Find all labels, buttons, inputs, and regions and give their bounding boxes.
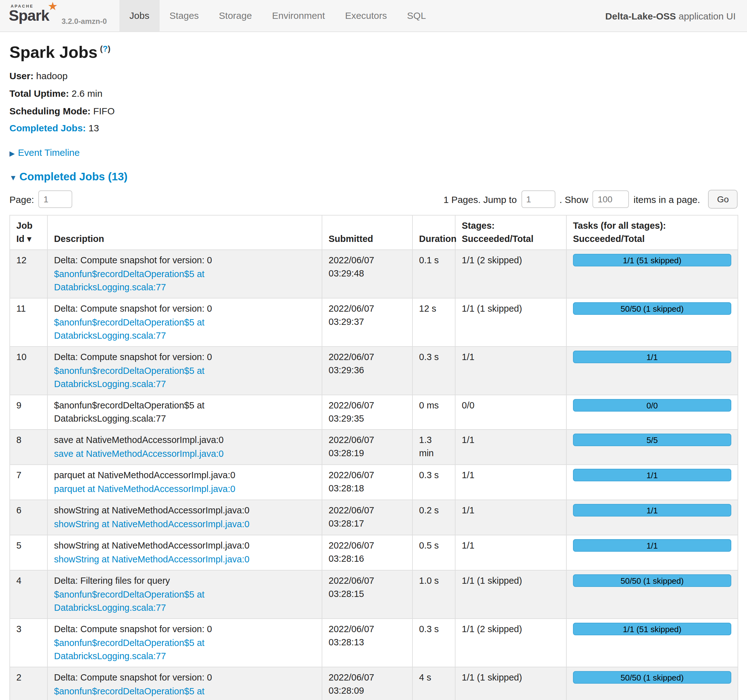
job-submitted-cell: 2022/06/07 03:29:36 <box>322 346 413 395</box>
uptime-label: Total Uptime: <box>9 88 69 99</box>
table-row: 9 $anonfun$recordDeltaOperation$5 at Dat… <box>10 395 738 429</box>
completed-jobs-link[interactable]: Completed Jobs: <box>9 123 86 133</box>
job-description-text: Delta: Compute snapshot for version: 0 <box>54 302 315 316</box>
event-timeline-toggle[interactable]: ▶Event Timeline <box>9 147 738 158</box>
tasks-progress-bar: 50/50 (1 skipped) <box>573 302 731 315</box>
top-navbar: APACHE Spark ★ 3.2.0-amzn-0 Jobs Stages … <box>0 0 747 32</box>
scheduling-mode-info: Scheduling Mode: FIFO <box>9 102 738 120</box>
column-header-description[interactable]: Description <box>47 215 322 250</box>
jump-to-page-input[interactable] <box>521 190 555 208</box>
pagination-page-group: Page: <box>9 190 72 208</box>
job-submitted-cell: 2022/06/07 03:29:35 <box>322 395 413 429</box>
job-duration-cell: 1.0 s <box>413 570 455 619</box>
table-row: 10 Delta: Compute snapshot for version: … <box>10 346 738 395</box>
pagination-controls: 1 Pages. Jump to . Show items in a page.… <box>443 190 738 209</box>
spark-version: 3.2.0-amzn-0 <box>56 17 110 32</box>
job-description-cell: showString at NativeMethodAccessorImpl.j… <box>47 500 322 535</box>
job-description-link[interactable]: $anonfun$recordDeltaOperation$5 at Datab… <box>54 588 315 615</box>
job-description-text: $anonfun$recordDeltaOperation$5 at Datab… <box>54 399 315 425</box>
table-row: 8 save at NativeMethodAccessorImpl.java:… <box>10 429 738 465</box>
main-content: Spark Jobs(?) User: hadoop Total Uptime:… <box>0 43 747 700</box>
column-header-stages[interactable]: Stages: Succeeded/Total <box>455 215 566 250</box>
job-tasks-cell: 1/1 (51 skipped) <box>566 619 738 667</box>
help-paren-close: ) <box>108 44 110 54</box>
job-id-cell: 5 <box>10 535 47 570</box>
job-id-cell: 10 <box>10 346 47 395</box>
job-tasks-cell: 50/50 (1 skipped) <box>566 667 738 700</box>
job-id-cell: 7 <box>10 465 47 500</box>
job-description-cell: Delta: Compute snapshot for version: 0 $… <box>47 667 322 700</box>
items-text: items in a page. <box>634 194 700 204</box>
completed-jobs-heading[interactable]: ▼Completed Jobs (13) <box>9 170 738 183</box>
table-row: 6 showString at NativeMethodAccessorImpl… <box>10 500 738 535</box>
help-question-icon[interactable]: ? <box>103 44 108 54</box>
job-description-link[interactable]: $anonfun$recordDeltaOperation$5 at Datab… <box>54 685 315 700</box>
table-row: 7 parquet at NativeMethodAccessorImpl.ja… <box>10 465 738 500</box>
table-row: 5 showString at NativeMethodAccessorImpl… <box>10 535 738 570</box>
job-submitted-cell: 2022/06/07 03:28:18 <box>322 465 413 500</box>
nav-tabs: Jobs Stages Storage Environment Executor… <box>119 0 436 32</box>
collapse-arrow-icon: ▼ <box>9 174 17 182</box>
table-row: 3 Delta: Compute snapshot for version: 0… <box>10 619 738 667</box>
column-header-duration[interactable]: Duration <box>413 215 455 250</box>
job-submitted-cell: 2022/06/07 03:28:16 <box>322 535 413 570</box>
spark-logo: APACHE Spark ★ <box>9 4 55 32</box>
pagination-top: Page: 1 Pages. Jump to . Show items in a… <box>9 190 738 209</box>
job-description-link[interactable]: showString at NativeMethodAccessorImpl.j… <box>54 518 250 531</box>
job-description-cell: $anonfun$recordDeltaOperation$5 at Datab… <box>47 395 322 429</box>
application-title: Delta-Lake-OSS application UI <box>605 11 747 21</box>
job-description-link[interactable]: $anonfun$recordDeltaOperation$5 at Datab… <box>54 637 315 663</box>
job-stages-cell: 1/1 (2 skipped) <box>455 250 566 298</box>
job-description-link[interactable]: showString at NativeMethodAccessorImpl.j… <box>54 553 250 567</box>
job-description-cell: showString at NativeMethodAccessorImpl.j… <box>47 535 322 570</box>
column-header-job-id[interactable]: Job Id ▾ <box>10 215 47 250</box>
scheduling-mode-value: FIFO <box>93 105 115 116</box>
scheduling-mode-label: Scheduling Mode: <box>9 105 91 116</box>
help-link[interactable]: (?) <box>100 44 110 54</box>
job-stages-cell: 1/1 <box>455 500 566 535</box>
job-description-link[interactable]: save at NativeMethodAccessorImpl.java:0 <box>54 448 224 461</box>
job-stages-cell: 1/1 (1 skipped) <box>455 298 566 346</box>
job-stages-cell: 1/1 (1 skipped) <box>455 570 566 619</box>
tab-executors[interactable]: Executors <box>335 0 397 32</box>
page-number-input[interactable] <box>38 190 72 208</box>
job-description-text: showString at NativeMethodAccessorImpl.j… <box>54 504 315 517</box>
completed-jobs-count: 13 <box>89 123 99 133</box>
tab-sql[interactable]: SQL <box>397 0 436 32</box>
job-description-link[interactable]: parquet at NativeMethodAccessorImpl.java… <box>54 483 235 496</box>
job-description-cell: Delta: Compute snapshot for version: 0 $… <box>47 250 322 298</box>
job-stages-cell: 1/1 (1 skipped) <box>455 667 566 700</box>
job-submitted-cell: 2022/06/07 03:28:09 <box>322 667 413 700</box>
job-tasks-cell: 1/1 <box>566 346 738 395</box>
job-tasks-cell: 5/5 <box>566 429 738 465</box>
job-description-link[interactable]: $anonfun$recordDeltaOperation$5 at Datab… <box>54 268 315 294</box>
job-description-text: Delta: Compute snapshot for version: 0 <box>54 671 315 685</box>
go-button[interactable]: Go <box>708 190 738 209</box>
tab-jobs[interactable]: Jobs <box>119 0 159 32</box>
job-description-link[interactable]: $anonfun$recordDeltaOperation$5 at Datab… <box>54 364 315 391</box>
job-description-text: Delta: Compute snapshot for version: 0 <box>54 351 315 364</box>
job-submitted-cell: 2022/06/07 03:28:19 <box>322 429 413 465</box>
application-title-suffix: application UI <box>679 11 736 21</box>
job-submitted-cell: 2022/06/07 03:28:15 <box>322 570 413 619</box>
tab-storage[interactable]: Storage <box>209 0 262 32</box>
job-description-link[interactable]: $anonfun$recordDeltaOperation$5 at Datab… <box>54 316 315 342</box>
tab-stages[interactable]: Stages <box>159 0 209 32</box>
job-tasks-cell: 1/1 <box>566 500 738 535</box>
job-description-cell: Delta: Compute snapshot for version: 0 $… <box>47 619 322 667</box>
job-description-text: Delta: Compute snapshot for version: 0 <box>54 623 315 636</box>
job-tasks-cell: 1/1 (51 skipped) <box>566 250 738 298</box>
tasks-progress-bar: 1/1 (51 skipped) <box>573 254 731 266</box>
job-duration-cell: 1.3 min <box>413 429 455 465</box>
column-header-submitted[interactable]: Submitted <box>322 215 413 250</box>
job-duration-cell: 0.1 s <box>413 250 455 298</box>
job-description-cell: save at NativeMethodAccessorImpl.java:0 … <box>47 429 322 465</box>
tasks-progress-bar: 5/5 <box>573 434 731 446</box>
job-tasks-cell: 50/50 (1 skipped) <box>566 298 738 346</box>
job-tasks-cell: 0/0 <box>566 395 738 429</box>
job-submitted-cell: 2022/06/07 03:29:37 <box>322 298 413 346</box>
job-submitted-cell: 2022/06/07 03:29:48 <box>322 250 413 298</box>
column-header-tasks[interactable]: Tasks (for all stages): Succeeded/Total <box>566 215 738 250</box>
tab-environment[interactable]: Environment <box>262 0 335 32</box>
items-per-page-input[interactable] <box>593 190 629 208</box>
